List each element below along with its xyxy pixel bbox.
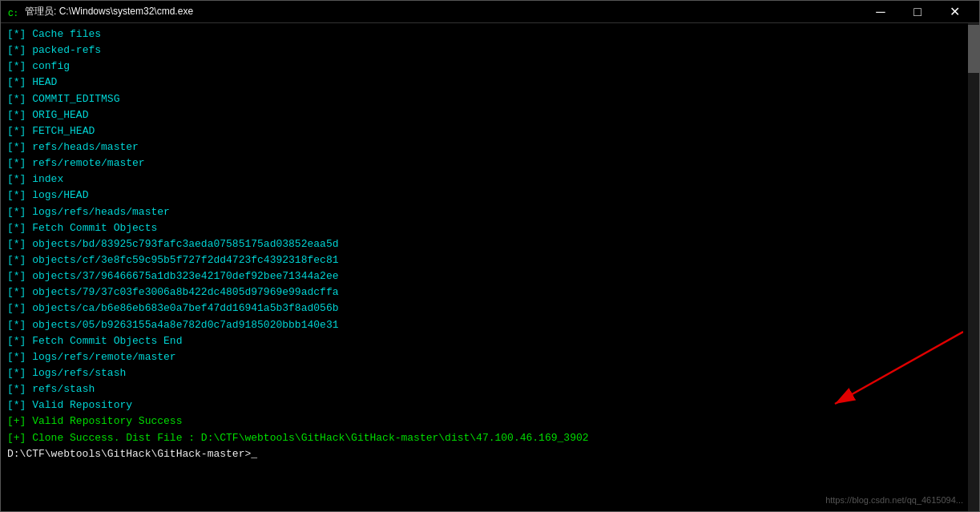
cmd-icon: C: [7, 6, 20, 18]
list-item: [*] config [7, 58, 973, 75]
svg-text:C:: C: [8, 9, 18, 18]
minimize-button[interactable]: ─ [862, 1, 899, 23]
list-item: [*] logs/refs/remote/master [7, 349, 973, 365]
console-output: [*] Cache files[*] packed-refs[*] config… [7, 26, 973, 446]
list-item: [*] Cache files [7, 26, 973, 42]
list-item: [*] objects/05/b9263155a4a8e782d0c7ad918… [7, 317, 973, 333]
list-item: [*] objects/bd/83925c793fafc3aeda0758517… [7, 236, 973, 252]
prompt-line: D:\CTF\webtools\GitHack\GitHack-master>_ [7, 446, 973, 462]
list-item: [*] Valid Repository [7, 397, 973, 413]
list-item: [*] Fetch Commit Objects [7, 220, 973, 236]
list-item: [*] objects/79/37c03fe3006a8b422dc4805d9… [7, 284, 973, 300]
list-item: [*] logs/HEAD [7, 187, 973, 204]
close-button[interactable]: ✕ [936, 1, 973, 23]
list-item: [+] Valid Repository Success [7, 413, 973, 429]
scrollbar-thumb[interactable] [968, 25, 979, 73]
window-controls: ─ □ ✕ [862, 1, 973, 23]
list-item: [*] ORIG_HEAD [7, 107, 973, 123]
scrollbar[interactable] [968, 23, 979, 511]
list-item: [*] refs/stash [7, 381, 973, 397]
window-title: 管理员: C:\Windows\system32\cmd.exe [25, 5, 862, 18]
list-item: [+] Clone Success. Dist File : D:\CTF\we… [7, 430, 973, 446]
list-item: [*] Fetch Commit Objects End [7, 333, 973, 349]
prompt-text: D:\CTF\webtools\GitHack\GitHack-master> [7, 448, 251, 460]
list-item: [*] logs/refs/stash [7, 365, 973, 381]
titlebar: C: 管理员: C:\Windows\system32\cmd.exe ─ □ … [1, 1, 979, 23]
list-item: [*] refs/remote/master [7, 155, 973, 171]
list-item: [*] objects/37/96466675a1db323e42170def9… [7, 268, 973, 284]
list-item: [*] objects/cf/3e8fc59c95b5f727f2dd4723f… [7, 252, 973, 268]
list-item: [*] index [7, 171, 973, 187]
watermark: https://blog.csdn.net/qq_4615094... [825, 495, 963, 505]
maximize-button[interactable]: □ [899, 1, 936, 23]
list-item: [*] COMMIT_EDITMSG [7, 91, 973, 107]
list-item: [*] refs/heads/master [7, 139, 973, 155]
list-item: [*] logs/refs/heads/master [7, 204, 973, 220]
list-item: [*] FETCH_HEAD [7, 123, 973, 139]
cmd-window: C: 管理员: C:\Windows\system32\cmd.exe ─ □ … [0, 0, 980, 512]
console-area: [*] Cache files[*] packed-refs[*] config… [1, 23, 979, 511]
list-item: [*] objects/ca/b6e86eb683e0a7bef47dd1694… [7, 300, 973, 316]
list-item: [*] HEAD [7, 75, 973, 91]
list-item: [*] packed-refs [7, 42, 973, 58]
